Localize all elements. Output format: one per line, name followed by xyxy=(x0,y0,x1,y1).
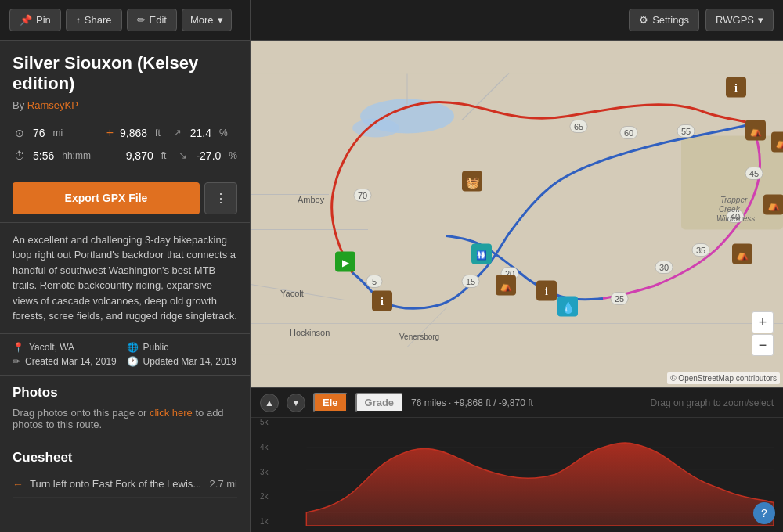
photos-link[interactable]: click here xyxy=(150,407,193,419)
y-label-2k: 2k xyxy=(260,492,269,501)
svg-text:55: 55 xyxy=(681,127,691,136)
svg-text:⛺: ⛺ xyxy=(736,248,749,261)
elevation-chart[interactable]: 5k 4k 3k 2k 1k xyxy=(251,418,783,532)
elevation-panel: ▲ ▼ Ele Grade 76 miles · +9,868 ft / -9,… xyxy=(251,387,783,532)
visibility-value: Public xyxy=(143,342,169,353)
elevation-gain-value: 9,868 xyxy=(120,127,147,139)
globe-icon: 🌐 xyxy=(127,342,139,353)
svg-text:Wilderness: Wilderness xyxy=(716,214,755,223)
descent-pct-value: -27.0 xyxy=(196,149,221,162)
svg-text:▶: ▶ xyxy=(342,257,350,268)
more-button[interactable]: More ▾ xyxy=(182,9,232,31)
elevation-toolbar: ▲ ▼ Ele Grade 76 miles · +9,868 ft / -9,… xyxy=(251,388,783,418)
y-label-3k: 3k xyxy=(260,468,269,476)
svg-text:⛺: ⛺ xyxy=(749,124,763,138)
svg-text:🚻: 🚻 xyxy=(476,250,487,261)
author-link[interactable]: RamseyKP xyxy=(27,99,78,111)
updated-value: Updated Mar 14, 2019 xyxy=(143,356,236,367)
cuesheet-title: Cuesheet xyxy=(13,450,237,466)
time-unit: hh:mm xyxy=(62,150,91,161)
svg-text:i: i xyxy=(381,296,384,307)
share-button[interactable]: ↑ Share xyxy=(66,9,122,31)
created-value: Created Mar 14, 2019 xyxy=(25,356,117,367)
y-label-5k: 5k xyxy=(260,418,269,426)
svg-text:30: 30 xyxy=(659,263,669,272)
svg-text:65: 65 xyxy=(574,122,583,131)
svg-text:70: 70 xyxy=(358,191,367,200)
map-container[interactable]: 5 15 20 25 30 35 xyxy=(251,41,783,387)
svg-text:15: 15 xyxy=(466,277,475,286)
svg-text:⛺: ⛺ xyxy=(767,199,781,212)
created-meta: ✏ Created Mar 14, 2019 xyxy=(13,356,124,367)
location-pin-icon: 📍 xyxy=(13,342,24,353)
svg-text:5: 5 xyxy=(372,277,377,286)
cue-item: ← Turn left onto East Fork of the Lewis.… xyxy=(13,472,237,498)
pin-label: Pin xyxy=(36,14,51,26)
pin-button[interactable]: 📌 Pin xyxy=(9,9,61,31)
edit-button[interactable]: ✏ Edit xyxy=(127,9,177,31)
distance-unit: mi xyxy=(53,128,63,138)
elevation-grade-tab[interactable]: Grade xyxy=(355,393,404,412)
rwgps-button[interactable]: RWGPS ▾ xyxy=(705,9,774,31)
elevation-nav-up-button[interactable]: ▲ xyxy=(260,394,279,412)
elevation-svg xyxy=(260,418,774,526)
y-label-4k: 4k xyxy=(260,443,269,451)
descent-arrow-icon: ↘ xyxy=(179,149,187,161)
cue-arrow-icon: ← xyxy=(13,478,23,491)
elevation-gain-unit: ft xyxy=(155,128,161,138)
elevation-loss-value: 9,870 xyxy=(126,149,153,162)
elevation-ele-tab[interactable]: Ele xyxy=(313,393,348,412)
help-button[interactable]: ? xyxy=(753,502,775,524)
rwgps-chevron-icon: ▾ xyxy=(758,14,763,26)
route-author: By RamseyKP xyxy=(13,99,237,111)
elevation-stats: 76 miles · +9,868 ft / -9,870 ft xyxy=(411,397,642,408)
zoom-in-button[interactable]: + xyxy=(752,311,774,333)
map-attribution: © OpenStreetMap contributors xyxy=(667,372,780,384)
distance-value: 76 xyxy=(33,127,45,139)
more-label: More xyxy=(190,14,214,26)
time-value: 5:56 xyxy=(33,149,54,162)
updated-meta: 🕐 Updated Mar 14, 2019 xyxy=(127,356,238,367)
svg-text:45: 45 xyxy=(749,169,759,178)
svg-text:Venersborg: Venersborg xyxy=(399,332,439,341)
climb-arrow-icon: ↗ xyxy=(173,127,182,138)
location-value: Yacolt, WA xyxy=(29,342,74,353)
distance-icon: ⊙ xyxy=(13,127,27,139)
y-label-1k: 1k xyxy=(260,517,269,526)
rwgps-label: RWGPS xyxy=(716,14,754,26)
elevation-loss-unit: ft xyxy=(161,150,167,161)
svg-text:Amboy: Amboy xyxy=(298,195,325,204)
svg-text:Hockinson: Hockinson xyxy=(290,328,330,337)
map-svg: 5 15 20 25 30 35 xyxy=(251,41,783,387)
route-title: Silver Siouxon (Kelsey edition) xyxy=(13,53,237,95)
location-meta: 📍 Yacolt, WA xyxy=(13,342,124,353)
chevron-down-icon: ▾ xyxy=(218,14,223,26)
cue-distance: 2.7 mi xyxy=(210,478,237,490)
route-description: An excellent and challenging 3-day bikep… xyxy=(13,232,237,324)
climb-pct-value: 21.4 xyxy=(190,127,211,139)
chart-y-labels: 5k 4k 3k 2k 1k xyxy=(260,418,269,526)
svg-text:60: 60 xyxy=(624,128,633,138)
visibility-meta: 🌐 Public xyxy=(127,342,238,353)
gain-arrow-icon: + xyxy=(106,126,114,140)
svg-text:⛺: ⛺ xyxy=(775,136,783,149)
gear-icon: ⚙ xyxy=(639,14,648,26)
svg-text:35: 35 xyxy=(696,246,705,255)
export-more-options-button[interactable]: ⋮ xyxy=(204,182,237,214)
edit-icon: ✏ xyxy=(137,14,146,26)
map-zoom-controls: + − xyxy=(752,311,774,356)
svg-text:Creek: Creek xyxy=(719,205,741,214)
time-icon: ⏱ xyxy=(13,149,27,162)
zoom-out-button[interactable]: − xyxy=(752,334,774,356)
svg-text:🧺: 🧺 xyxy=(466,176,480,189)
pencil-icon: ✏ xyxy=(13,356,20,367)
export-gpx-button[interactable]: Export GPX File xyxy=(13,182,200,214)
photos-description: Drag photos onto this page or click here… xyxy=(13,407,237,430)
svg-text:Yacolt: Yacolt xyxy=(280,289,304,298)
svg-text:25: 25 xyxy=(615,294,624,304)
edit-label: Edit xyxy=(150,14,167,26)
elevation-nav-down-button[interactable]: ▼ xyxy=(287,394,305,412)
settings-button[interactable]: ⚙ Settings xyxy=(629,9,699,31)
share-label: Share xyxy=(85,14,112,26)
svg-text:i: i xyxy=(734,82,738,94)
